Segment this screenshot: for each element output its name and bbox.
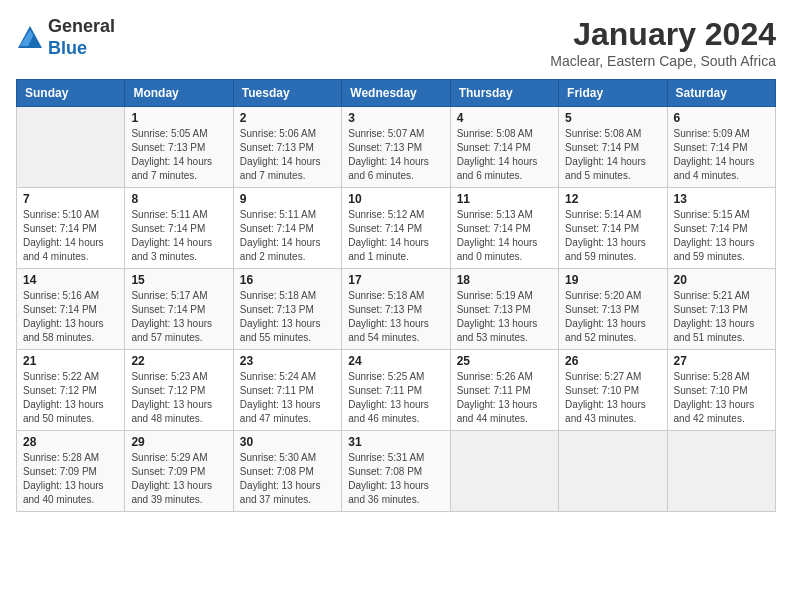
day-number: 3 bbox=[348, 111, 443, 125]
cell-info: Sunrise: 5:12 AM Sunset: 7:14 PM Dayligh… bbox=[348, 208, 443, 264]
day-number: 16 bbox=[240, 273, 335, 287]
logo: General Blue bbox=[16, 16, 115, 59]
calendar-cell: 24Sunrise: 5:25 AM Sunset: 7:11 PM Dayli… bbox=[342, 350, 450, 431]
calendar-cell: 30Sunrise: 5:30 AM Sunset: 7:08 PM Dayli… bbox=[233, 431, 341, 512]
day-number: 28 bbox=[23, 435, 118, 449]
day-number: 5 bbox=[565, 111, 660, 125]
calendar-cell: 2Sunrise: 5:06 AM Sunset: 7:13 PM Daylig… bbox=[233, 107, 341, 188]
calendar-cell bbox=[559, 431, 667, 512]
calendar-header-row: SundayMondayTuesdayWednesdayThursdayFrid… bbox=[17, 80, 776, 107]
cell-info: Sunrise: 5:11 AM Sunset: 7:14 PM Dayligh… bbox=[131, 208, 226, 264]
day-number: 13 bbox=[674, 192, 769, 206]
day-number: 30 bbox=[240, 435, 335, 449]
cell-info: Sunrise: 5:27 AM Sunset: 7:10 PM Dayligh… bbox=[565, 370, 660, 426]
calendar-cell: 22Sunrise: 5:23 AM Sunset: 7:12 PM Dayli… bbox=[125, 350, 233, 431]
main-title: January 2024 bbox=[550, 16, 776, 53]
calendar-cell bbox=[17, 107, 125, 188]
day-number: 14 bbox=[23, 273, 118, 287]
cell-info: Sunrise: 5:15 AM Sunset: 7:14 PM Dayligh… bbox=[674, 208, 769, 264]
day-number: 10 bbox=[348, 192, 443, 206]
calendar-cell: 17Sunrise: 5:18 AM Sunset: 7:13 PM Dayli… bbox=[342, 269, 450, 350]
header-monday: Monday bbox=[125, 80, 233, 107]
calendar-cell: 19Sunrise: 5:20 AM Sunset: 7:13 PM Dayli… bbox=[559, 269, 667, 350]
header-saturday: Saturday bbox=[667, 80, 775, 107]
cell-info: Sunrise: 5:08 AM Sunset: 7:14 PM Dayligh… bbox=[457, 127, 552, 183]
day-number: 12 bbox=[565, 192, 660, 206]
calendar-cell: 1Sunrise: 5:05 AM Sunset: 7:13 PM Daylig… bbox=[125, 107, 233, 188]
calendar-cell: 9Sunrise: 5:11 AM Sunset: 7:14 PM Daylig… bbox=[233, 188, 341, 269]
day-number: 22 bbox=[131, 354, 226, 368]
calendar-cell: 13Sunrise: 5:15 AM Sunset: 7:14 PM Dayli… bbox=[667, 188, 775, 269]
header-wednesday: Wednesday bbox=[342, 80, 450, 107]
day-number: 20 bbox=[674, 273, 769, 287]
cell-info: Sunrise: 5:31 AM Sunset: 7:08 PM Dayligh… bbox=[348, 451, 443, 507]
calendar-cell: 23Sunrise: 5:24 AM Sunset: 7:11 PM Dayli… bbox=[233, 350, 341, 431]
day-number: 2 bbox=[240, 111, 335, 125]
calendar-cell: 5Sunrise: 5:08 AM Sunset: 7:14 PM Daylig… bbox=[559, 107, 667, 188]
calendar-cell: 7Sunrise: 5:10 AM Sunset: 7:14 PM Daylig… bbox=[17, 188, 125, 269]
cell-info: Sunrise: 5:09 AM Sunset: 7:14 PM Dayligh… bbox=[674, 127, 769, 183]
title-area: January 2024 Maclear, Eastern Cape, Sout… bbox=[550, 16, 776, 69]
calendar-cell: 20Sunrise: 5:21 AM Sunset: 7:13 PM Dayli… bbox=[667, 269, 775, 350]
cell-info: Sunrise: 5:05 AM Sunset: 7:13 PM Dayligh… bbox=[131, 127, 226, 183]
day-number: 17 bbox=[348, 273, 443, 287]
day-number: 6 bbox=[674, 111, 769, 125]
calendar-cell: 28Sunrise: 5:28 AM Sunset: 7:09 PM Dayli… bbox=[17, 431, 125, 512]
header-thursday: Thursday bbox=[450, 80, 558, 107]
day-number: 26 bbox=[565, 354, 660, 368]
logo-icon bbox=[16, 24, 44, 52]
day-number: 15 bbox=[131, 273, 226, 287]
cell-info: Sunrise: 5:17 AM Sunset: 7:14 PM Dayligh… bbox=[131, 289, 226, 345]
cell-info: Sunrise: 5:28 AM Sunset: 7:10 PM Dayligh… bbox=[674, 370, 769, 426]
cell-info: Sunrise: 5:28 AM Sunset: 7:09 PM Dayligh… bbox=[23, 451, 118, 507]
cell-info: Sunrise: 5:18 AM Sunset: 7:13 PM Dayligh… bbox=[348, 289, 443, 345]
day-number: 9 bbox=[240, 192, 335, 206]
cell-info: Sunrise: 5:21 AM Sunset: 7:13 PM Dayligh… bbox=[674, 289, 769, 345]
calendar-cell: 18Sunrise: 5:19 AM Sunset: 7:13 PM Dayli… bbox=[450, 269, 558, 350]
calendar-cell: 4Sunrise: 5:08 AM Sunset: 7:14 PM Daylig… bbox=[450, 107, 558, 188]
day-number: 25 bbox=[457, 354, 552, 368]
cell-info: Sunrise: 5:30 AM Sunset: 7:08 PM Dayligh… bbox=[240, 451, 335, 507]
cell-info: Sunrise: 5:10 AM Sunset: 7:14 PM Dayligh… bbox=[23, 208, 118, 264]
cell-info: Sunrise: 5:25 AM Sunset: 7:11 PM Dayligh… bbox=[348, 370, 443, 426]
day-number: 21 bbox=[23, 354, 118, 368]
calendar-cell: 3Sunrise: 5:07 AM Sunset: 7:13 PM Daylig… bbox=[342, 107, 450, 188]
day-number: 27 bbox=[674, 354, 769, 368]
calendar-cell: 11Sunrise: 5:13 AM Sunset: 7:14 PM Dayli… bbox=[450, 188, 558, 269]
calendar-cell: 27Sunrise: 5:28 AM Sunset: 7:10 PM Dayli… bbox=[667, 350, 775, 431]
logo-text: General Blue bbox=[48, 16, 115, 59]
calendar-cell: 15Sunrise: 5:17 AM Sunset: 7:14 PM Dayli… bbox=[125, 269, 233, 350]
week-row-2: 7Sunrise: 5:10 AM Sunset: 7:14 PM Daylig… bbox=[17, 188, 776, 269]
day-number: 24 bbox=[348, 354, 443, 368]
calendar-cell: 21Sunrise: 5:22 AM Sunset: 7:12 PM Dayli… bbox=[17, 350, 125, 431]
day-number: 1 bbox=[131, 111, 226, 125]
day-number: 29 bbox=[131, 435, 226, 449]
week-row-5: 28Sunrise: 5:28 AM Sunset: 7:09 PM Dayli… bbox=[17, 431, 776, 512]
cell-info: Sunrise: 5:26 AM Sunset: 7:11 PM Dayligh… bbox=[457, 370, 552, 426]
cell-info: Sunrise: 5:18 AM Sunset: 7:13 PM Dayligh… bbox=[240, 289, 335, 345]
day-number: 4 bbox=[457, 111, 552, 125]
week-row-4: 21Sunrise: 5:22 AM Sunset: 7:12 PM Dayli… bbox=[17, 350, 776, 431]
calendar-cell: 12Sunrise: 5:14 AM Sunset: 7:14 PM Dayli… bbox=[559, 188, 667, 269]
calendar-cell: 14Sunrise: 5:16 AM Sunset: 7:14 PM Dayli… bbox=[17, 269, 125, 350]
calendar-cell: 16Sunrise: 5:18 AM Sunset: 7:13 PM Dayli… bbox=[233, 269, 341, 350]
day-number: 23 bbox=[240, 354, 335, 368]
calendar-cell bbox=[667, 431, 775, 512]
cell-info: Sunrise: 5:20 AM Sunset: 7:13 PM Dayligh… bbox=[565, 289, 660, 345]
cell-info: Sunrise: 5:11 AM Sunset: 7:14 PM Dayligh… bbox=[240, 208, 335, 264]
day-number: 11 bbox=[457, 192, 552, 206]
cell-info: Sunrise: 5:19 AM Sunset: 7:13 PM Dayligh… bbox=[457, 289, 552, 345]
cell-info: Sunrise: 5:29 AM Sunset: 7:09 PM Dayligh… bbox=[131, 451, 226, 507]
header-tuesday: Tuesday bbox=[233, 80, 341, 107]
calendar-cell bbox=[450, 431, 558, 512]
header-friday: Friday bbox=[559, 80, 667, 107]
subtitle: Maclear, Eastern Cape, South Africa bbox=[550, 53, 776, 69]
calendar-cell: 31Sunrise: 5:31 AM Sunset: 7:08 PM Dayli… bbox=[342, 431, 450, 512]
calendar-table: SundayMondayTuesdayWednesdayThursdayFrid… bbox=[16, 79, 776, 512]
week-row-1: 1Sunrise: 5:05 AM Sunset: 7:13 PM Daylig… bbox=[17, 107, 776, 188]
calendar-cell: 10Sunrise: 5:12 AM Sunset: 7:14 PM Dayli… bbox=[342, 188, 450, 269]
cell-info: Sunrise: 5:13 AM Sunset: 7:14 PM Dayligh… bbox=[457, 208, 552, 264]
cell-info: Sunrise: 5:23 AM Sunset: 7:12 PM Dayligh… bbox=[131, 370, 226, 426]
cell-info: Sunrise: 5:16 AM Sunset: 7:14 PM Dayligh… bbox=[23, 289, 118, 345]
calendar-cell: 6Sunrise: 5:09 AM Sunset: 7:14 PM Daylig… bbox=[667, 107, 775, 188]
